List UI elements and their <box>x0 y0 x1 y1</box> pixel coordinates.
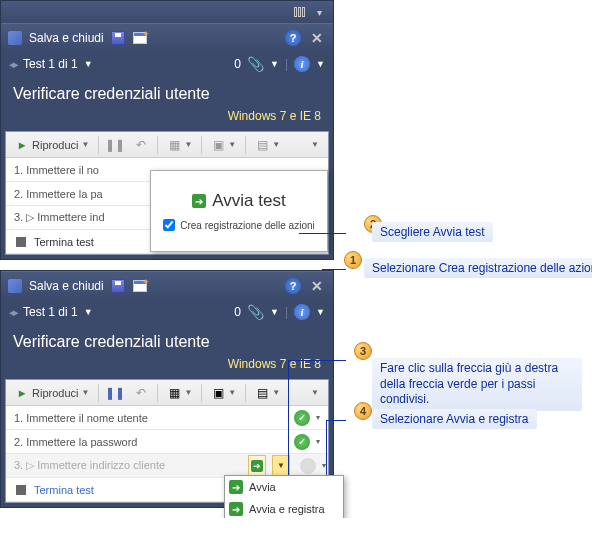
callout-label: Scegliere Avvia test <box>372 222 493 242</box>
attachment-icon[interactable]: 📎 <box>247 304 264 320</box>
play-button[interactable]: ▸ Riproduci ▼ <box>10 383 94 403</box>
start-test-button[interactable]: ➔ Avvia test <box>192 191 285 211</box>
tool-button-3[interactable]: ▤▼ <box>250 135 285 155</box>
play-arrow-icon: ➔ <box>192 194 206 208</box>
tool-button-4[interactable]: ▼ <box>306 137 324 152</box>
attachment-count: 0 <box>234 57 241 71</box>
tool-icon: ▦ <box>167 138 181 152</box>
nav-prev-next-icon[interactable]: ◂▸ <box>9 306 17 319</box>
test-dropdown-icon[interactable]: ▼ <box>84 59 93 69</box>
status-dropdown-icon[interactable]: ▾ <box>316 413 320 422</box>
save-close-button[interactable]: Salva e chiudi <box>29 31 104 45</box>
separator <box>157 136 158 154</box>
attachment-dropdown-icon[interactable]: ▼ <box>270 59 279 69</box>
test-dropdown-icon[interactable]: ▼ <box>84 307 93 317</box>
callout-4: 4 <box>354 402 372 420</box>
info-dropdown-icon[interactable]: ▼ <box>316 59 325 69</box>
attachment-count: 0 <box>234 305 241 319</box>
play-arrow-icon: ➔ <box>229 502 243 516</box>
tool-button-2[interactable]: ▣▼ <box>206 383 241 403</box>
step-text: 1. Immettere il nome utente <box>14 412 288 424</box>
caret-down-icon: ▼ <box>81 140 89 149</box>
step-row[interactable]: 2. Immettere la password ✓ ▾ <box>6 430 328 454</box>
shared-step-play-button[interactable]: ➔ <box>248 455 266 477</box>
callout-line <box>299 233 346 234</box>
play-button[interactable]: ▸ Riproduci ▼ <box>10 135 94 155</box>
callout-line <box>288 360 346 361</box>
separator: | <box>285 305 288 319</box>
info-icon[interactable]: i <box>294 304 310 320</box>
info-icon[interactable]: i <box>294 56 310 72</box>
pause-button[interactable]: ❚❚ <box>103 135 127 155</box>
caret-down-icon: ▼ <box>311 388 319 397</box>
separator <box>157 384 158 402</box>
help-icon[interactable]: ? <box>285 30 301 46</box>
chevron-down-icon: ▼ <box>277 461 285 470</box>
callout-label: Fare clic sulla freccia giù a destra del… <box>372 358 582 411</box>
tool-button-3[interactable]: ▤▼ <box>250 383 285 403</box>
titlebar: Salva e chiudi ? ✕ <box>1 23 333 51</box>
status-pass-icon[interactable]: ✓ <box>294 434 310 450</box>
callout-badge: 3 <box>354 342 372 360</box>
status-pending-icon[interactable] <box>300 458 316 474</box>
test-title: Verificare credenziali utente <box>1 77 333 107</box>
step-text: 2. Immettere la password <box>14 436 288 448</box>
nav-prev-next-icon[interactable]: ◂▸ <box>9 58 17 71</box>
caret-down-icon: ▼ <box>311 140 319 149</box>
layout-columns-icon[interactable] <box>291 5 307 19</box>
save-icon[interactable] <box>110 30 126 46</box>
steps-list: 1. Immettere il nome utente ✓ ▾ 2. Immet… <box>6 406 328 502</box>
separator <box>98 384 99 402</box>
checkbox-input[interactable] <box>163 219 175 231</box>
close-icon[interactable]: ✕ <box>307 278 327 294</box>
tool-button-1[interactable]: ▦▼ <box>162 135 197 155</box>
menu-item-start[interactable]: ➔ Avvia <box>225 476 343 498</box>
menu-item-start-record[interactable]: ➔ Avvia e registra <box>225 498 343 518</box>
pause-button[interactable]: ❚❚ <box>103 383 127 403</box>
menu-label: Avvia <box>249 481 276 493</box>
help-icon[interactable]: ? <box>285 278 301 294</box>
test-nav-bar: ◂▸ Test 1 di 1 ▼ 0 📎 ▼ | i ▼ <box>1 299 333 325</box>
tool-button-4[interactable]: ▼ <box>306 385 324 400</box>
camera-icon: ▣ <box>211 138 225 152</box>
undo-button[interactable]: ↶ <box>129 135 153 155</box>
tool-button-1[interactable]: ▦▼ <box>162 383 197 403</box>
new-window-icon[interactable] <box>132 278 148 294</box>
caret-down-icon: ▼ <box>228 388 236 397</box>
content-area: ▸ Riproduci ▼ ❚❚ ↶ ▦▼ ▣▼ ▤▼ ▼ 1. Immette… <box>5 379 329 503</box>
separator <box>98 136 99 154</box>
caret-down-icon: ▼ <box>81 388 89 397</box>
undo-button[interactable]: ↶ <box>129 383 153 403</box>
status-dropdown-icon[interactable]: ▾ <box>316 437 320 446</box>
start-test-label: Avvia test <box>212 191 285 211</box>
window-chrome-top: ▾ <box>1 1 333 23</box>
info-dropdown-icon[interactable]: ▼ <box>316 307 325 317</box>
close-icon[interactable]: ✕ <box>307 30 327 46</box>
test-nav-bar: ◂▸ Test 1 di 1 ▼ 0 📎 ▼ | i ▼ <box>1 51 333 77</box>
play-label: Riproduci <box>32 387 78 399</box>
new-window-icon[interactable] <box>132 30 148 46</box>
tool-button-2[interactable]: ▣▼ <box>206 135 241 155</box>
status-pass-icon[interactable]: ✓ <box>294 410 310 426</box>
callout-line <box>326 420 346 421</box>
save-close-button[interactable]: Salva e chiudi <box>29 279 104 293</box>
save-icon[interactable] <box>110 278 126 294</box>
window-dropdown-icon[interactable]: ▾ <box>311 5 327 19</box>
step-text: 3. ▷ Immettere indirizzo cliente <box>14 459 242 472</box>
test-counter: Test 1 di 1 <box>23 57 78 71</box>
stop-icon <box>14 235 28 249</box>
attachment-icon[interactable]: 📎 <box>247 56 264 72</box>
content-area: ▸ Riproduci ▼ ❚❚ ↶ ▦▼ ▣▼ ▤▼ ▼ 1. Immette… <box>5 131 329 255</box>
caret-down-icon: ▼ <box>184 140 192 149</box>
menu-label: Avvia e registra <box>249 503 325 515</box>
separator <box>245 136 246 154</box>
callout-3: 3 <box>354 342 372 360</box>
bug-icon: ▤ <box>255 138 269 152</box>
callout-1: 1 <box>344 251 362 269</box>
app-icon <box>7 30 23 46</box>
caret-down-icon: ▼ <box>272 140 280 149</box>
pause-icon: ❚❚ <box>108 138 122 152</box>
step-row[interactable]: 1. Immettere il nome utente ✓ ▾ <box>6 406 328 430</box>
attachment-dropdown-icon[interactable]: ▼ <box>270 307 279 317</box>
record-actions-checkbox[interactable]: Crea registrazione delle azioni <box>163 219 315 231</box>
